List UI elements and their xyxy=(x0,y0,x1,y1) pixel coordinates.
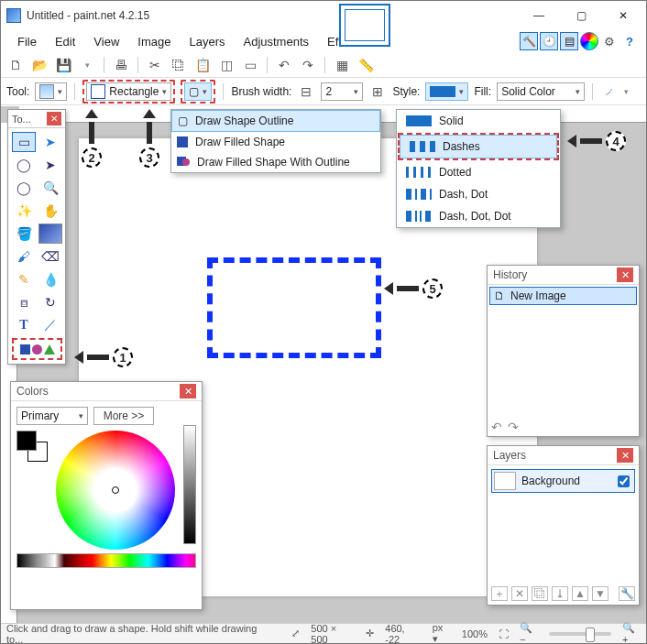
deselect-icon[interactable]: ▭ xyxy=(241,56,259,74)
style-dashdot-item[interactable]: Dash, Dot xyxy=(397,183,560,205)
style-dashdotdot-item[interactable]: Dash, Dot, Dot xyxy=(397,205,560,227)
history-panel: History ✕ 🗋 New Image ↶ ↷ xyxy=(487,265,640,437)
drawmode-selector[interactable]: ▢ ▾ xyxy=(184,82,212,101)
menu-layers[interactable]: Layers xyxy=(180,33,234,50)
layers-toggle-icon[interactable]: ▤ xyxy=(560,32,578,50)
save-icon[interactable]: 💾 xyxy=(54,56,72,74)
value-slider[interactable] xyxy=(183,425,196,544)
more-colors-button[interactable]: More >> xyxy=(93,407,154,425)
print-icon[interactable]: 🖶 xyxy=(112,56,130,74)
brush-width-input[interactable]: 2 ▾ xyxy=(321,82,363,101)
zoom-tool[interactable]: 🔍 xyxy=(38,178,62,198)
lasso-tool[interactable]: ◯ xyxy=(12,155,36,175)
zoom-in-icon[interactable]: 🔍+ xyxy=(622,622,641,644)
paintbrush-tool[interactable]: 🖌 xyxy=(12,246,36,267)
tool-selector[interactable]: ▾ xyxy=(35,82,67,101)
redo-history-icon[interactable]: ↷ xyxy=(508,420,519,434)
status-unit[interactable]: px ▾ xyxy=(433,622,451,644)
save-dropdown-icon[interactable]: ▾ xyxy=(78,56,96,74)
move-selection-tool[interactable]: ➤ xyxy=(38,132,62,152)
layers-panel-close-icon[interactable]: ✕ xyxy=(617,448,633,463)
undo-icon[interactable]: ↶ xyxy=(275,56,293,74)
drawmode-outline-item[interactable]: ▢ Draw Shape Outline xyxy=(171,110,380,132)
layer-item-background[interactable]: Background xyxy=(491,469,635,493)
cut-icon[interactable]: ✂ xyxy=(146,56,164,74)
style-dotted-item[interactable]: Dotted xyxy=(397,161,560,183)
fg-color-swatch[interactable] xyxy=(16,431,37,451)
fit-window-icon[interactable]: ⛶ xyxy=(499,628,509,639)
text-tool[interactable]: T xyxy=(12,315,36,335)
pan-tool[interactable]: ✋ xyxy=(38,201,62,221)
color-mode-select[interactable]: Primary ▾ xyxy=(16,407,88,425)
rectangle-shape-icon xyxy=(91,84,105,99)
history-toggle-icon[interactable]: 🕘 xyxy=(540,32,558,50)
ruler-icon[interactable]: 📏 xyxy=(356,56,375,74)
crop-icon[interactable]: ◫ xyxy=(217,56,236,74)
paint-bucket-tool[interactable]: 🪣 xyxy=(12,224,36,244)
ellipse-select-tool[interactable]: ◯ xyxy=(12,178,36,198)
close-button[interactable]: ✕ xyxy=(602,2,644,29)
color-picker-tool[interactable]: 💧 xyxy=(38,269,62,289)
pencil-tool[interactable]: ✎ xyxy=(12,269,36,289)
menu-adjustments[interactable]: Adjustments xyxy=(234,33,318,50)
layer-visible-checkbox[interactable] xyxy=(618,475,630,487)
menu-file[interactable]: File xyxy=(8,33,46,50)
color-palette[interactable] xyxy=(16,553,196,568)
minimize-button[interactable]: — xyxy=(518,2,560,29)
menu-image[interactable]: Image xyxy=(128,33,180,50)
help-icon[interactable]: ? xyxy=(620,32,639,50)
brush-inc-button[interactable]: ⊞ xyxy=(368,82,387,101)
curve-mode-icon[interactable]: ⟋ xyxy=(600,82,619,101)
line-tool[interactable]: ／ xyxy=(38,315,62,335)
redo-icon[interactable]: ↷ xyxy=(299,56,317,74)
duplicate-layer-icon[interactable]: ⿻ xyxy=(532,586,548,601)
layer-props-icon[interactable]: 🔧 xyxy=(619,586,635,601)
paste-icon[interactable]: 📋 xyxy=(193,56,212,74)
rect-select-tool[interactable]: ▭ xyxy=(12,132,36,152)
colors-toggle-icon[interactable] xyxy=(580,32,598,50)
tools-toggle-icon[interactable]: 🔨 xyxy=(520,32,538,50)
maximize-button[interactable]: ▢ xyxy=(560,2,602,29)
move-up-icon[interactable]: ▲ xyxy=(572,586,588,601)
shape-selector[interactable]: Rectangle ▾ xyxy=(86,82,171,101)
zoom-slider[interactable] xyxy=(549,632,611,636)
style-solid-item[interactable]: Solid xyxy=(397,110,560,132)
gradient-tool[interactable]: . xyxy=(38,224,62,244)
colors-panel-close-icon[interactable]: ✕ xyxy=(180,384,196,398)
tri-shape-icon xyxy=(44,344,55,355)
merge-down-icon[interactable]: ⤓ xyxy=(552,586,568,601)
zoom-out-icon[interactable]: 🔍− xyxy=(520,622,538,644)
fill-selector[interactable]: Solid Color ▾ xyxy=(497,82,585,101)
clone-stamp-tool[interactable]: ⧈ xyxy=(12,292,36,312)
open-icon[interactable]: 📂 xyxy=(30,56,49,74)
shapes-tool-row[interactable] xyxy=(12,338,62,360)
magic-wand-tool[interactable]: ✨ xyxy=(12,201,36,221)
colors-panel-title: Colors xyxy=(16,385,49,398)
color-swatches[interactable] xyxy=(16,431,48,462)
add-layer-icon[interactable]: ＋ xyxy=(491,586,508,601)
image-thumbnail[interactable] xyxy=(339,4,390,47)
undo-history-icon[interactable]: ↶ xyxy=(491,420,502,434)
color-wheel[interactable] xyxy=(56,431,175,550)
menu-edit[interactable]: Edit xyxy=(46,33,84,50)
more-options-icon[interactable]: ▾ xyxy=(624,87,629,96)
grid-icon[interactable]: ▦ xyxy=(333,56,351,74)
brush-dec-button[interactable]: ⊟ xyxy=(297,82,315,101)
drawmode-filled-outline-item[interactable]: Draw Filled Shape With Outline xyxy=(171,152,380,172)
settings-icon[interactable]: ⚙ xyxy=(600,32,619,50)
move-tool[interactable]: ➤ xyxy=(38,155,62,175)
brush-width-value: 2 xyxy=(325,85,332,98)
copy-icon[interactable]: ⿻ xyxy=(170,56,188,74)
menu-view[interactable]: View xyxy=(84,33,128,50)
history-item-new-image[interactable]: 🗋 New Image xyxy=(489,287,637,305)
move-down-icon[interactable]: ▼ xyxy=(592,586,609,601)
style-selector[interactable]: ▾ xyxy=(425,82,468,101)
history-panel-close-icon[interactable]: ✕ xyxy=(617,267,633,282)
new-icon[interactable]: 🗋 xyxy=(6,56,25,74)
drawmode-filled-item[interactable]: Draw Filled Shape xyxy=(171,132,380,152)
style-dashes-item[interactable]: Dashes xyxy=(400,135,557,158)
delete-layer-icon[interactable]: ✕ xyxy=(511,586,528,601)
tools-panel-close-icon[interactable]: ✕ xyxy=(47,112,61,126)
eraser-tool[interactable]: ⌫ xyxy=(38,246,62,267)
recolor-tool[interactable]: ↻ xyxy=(38,292,62,312)
